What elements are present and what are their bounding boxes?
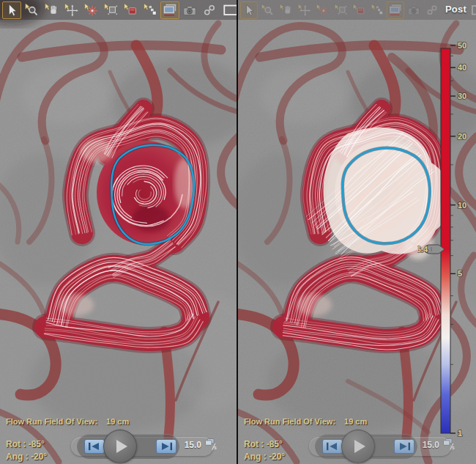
resize-tool[interactable] <box>368 1 386 19</box>
camera-tool[interactable] <box>405 1 423 19</box>
pointer-tool[interactable] <box>2 1 21 19</box>
probe-tool[interactable] <box>332 1 349 19</box>
display-tool-icon <box>161 2 179 18</box>
display-tool[interactable] <box>387 1 404 19</box>
post-mode-label: Post <box>445 4 466 15</box>
frames-per-second-icon: s <box>442 438 455 450</box>
fullscreen-icon <box>470 2 476 18</box>
flow-analysis-window: Flow Run Field Of View:19 cm Rot : -85° … <box>0 0 476 464</box>
pan-tool[interactable] <box>277 1 294 19</box>
step-forward-icon <box>398 442 411 451</box>
rotate-tool[interactable] <box>295 1 313 19</box>
velocity-colorbar[interactable]: 5040302010516.4 <box>417 41 476 464</box>
colorbar-tick-label: 5 <box>458 269 462 278</box>
resize-tool-icon <box>369 2 385 18</box>
playback-controls: 15.0 s <box>309 429 454 464</box>
capture-region-tool-icon <box>122 2 139 18</box>
colorbar-ticks <box>450 45 455 433</box>
colorbar-tick-label: 30 <box>458 92 466 100</box>
pan-tool[interactable] <box>42 1 61 19</box>
svg-text:s: s <box>452 445 455 450</box>
resize-tool[interactable] <box>141 1 160 19</box>
probe-tool[interactable] <box>101 1 120 19</box>
clip-tool[interactable] <box>81 1 100 19</box>
probe-tool-icon <box>332 2 349 18</box>
zoom-tool[interactable] <box>259 1 276 19</box>
step-back-button[interactable] <box>84 439 105 454</box>
probe-tool-icon <box>102 2 119 18</box>
pan-tool-icon <box>42 2 60 18</box>
rotate-tool-icon <box>296 2 312 18</box>
fullscreen-toggle[interactable] <box>221 1 237 19</box>
display-tool[interactable] <box>160 1 179 19</box>
capture-region-tool[interactable] <box>121 1 140 19</box>
step-back-icon <box>326 442 339 451</box>
fov-readout: Flow Run Field Of View:19 cm <box>244 417 367 426</box>
rotation-readout: Rot : -85° <box>244 439 283 449</box>
play-button[interactable] <box>103 430 137 463</box>
clip-tool[interactable] <box>313 1 331 19</box>
play-button[interactable] <box>341 430 375 463</box>
rotate-tool-icon <box>62 2 80 18</box>
pointer-tool-icon <box>3 2 21 18</box>
fullscreen-icon <box>222 2 237 18</box>
step-back-icon <box>88 442 101 451</box>
link-tool[interactable] <box>423 1 441 19</box>
capture-region-tool-icon <box>351 2 367 18</box>
playback-controls: 15.0 s <box>71 429 216 464</box>
colorbar-tick-label: 1 <box>458 429 462 438</box>
link-tool-icon <box>201 2 218 18</box>
rotate-tool[interactable] <box>62 1 81 19</box>
pan-tool-icon <box>278 2 294 18</box>
fps-value[interactable]: 15.0 <box>412 440 439 450</box>
toolbar-right: Post <box>240 1 476 19</box>
panel-divider <box>237 0 238 464</box>
fov-value: 19 cm <box>106 417 129 426</box>
display-tool-icon <box>387 2 404 18</box>
colorbar-tick-label: 40 <box>458 63 466 72</box>
colorbar-tick-label: 20 <box>458 132 466 141</box>
camera-tool[interactable] <box>180 1 199 19</box>
zoom-tool[interactable] <box>22 1 41 19</box>
camera-tool-icon <box>181 2 198 18</box>
zoom-tool-icon <box>259 2 275 18</box>
colorbar-slider-value: 6.4 <box>417 245 428 254</box>
capture-region-tool[interactable] <box>350 1 368 19</box>
pointer-tool-icon <box>241 2 257 18</box>
step-back-button[interactable] <box>322 439 343 454</box>
fullscreen-toggle[interactable] <box>469 1 476 19</box>
pointer-tool[interactable] <box>240 1 258 19</box>
frames-per-second-icon: s <box>204 438 217 450</box>
camera-tool-icon <box>406 2 422 18</box>
fps-value[interactable]: 15.0 <box>174 440 201 450</box>
angulation-readout: Ang : -20° <box>244 452 285 462</box>
colorbar-tick-label: 10 <box>458 201 466 210</box>
colorbar-track[interactable] <box>441 48 450 433</box>
fov-label: Flow Run Field Of View: <box>6 417 97 426</box>
zoom-tool-icon <box>23 2 40 18</box>
link-tool[interactable] <box>200 1 219 19</box>
angiogram-image-pre[interactable] <box>0 0 237 464</box>
fov-readout: Flow Run Field Of View:19 cm <box>6 417 129 426</box>
resize-tool-icon <box>141 2 159 18</box>
clip-tool-icon <box>82 2 100 18</box>
colorbar-tick-label: 50 <box>458 41 466 50</box>
svg-text:s: s <box>214 445 217 450</box>
angulation-readout: Ang : -20° <box>6 452 47 462</box>
toolbar-left <box>2 1 237 19</box>
step-forward-icon <box>160 442 173 451</box>
link-tool-icon <box>424 2 440 18</box>
play-icon <box>116 440 127 453</box>
rotation-readout: Rot : -85° <box>6 439 45 449</box>
clip-tool-icon <box>314 2 330 18</box>
viewport-pre[interactable]: Flow Run Field Of View:19 cm Rot : -85° … <box>0 0 237 464</box>
play-icon <box>354 440 365 453</box>
